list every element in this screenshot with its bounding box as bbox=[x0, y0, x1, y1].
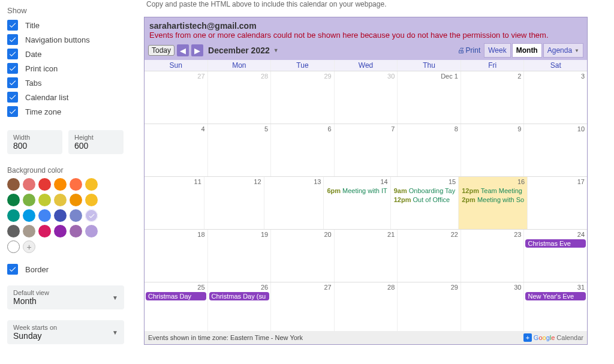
swatch-white[interactable] bbox=[7, 240, 20, 253]
day-cell[interactable]: 22 bbox=[398, 230, 461, 282]
color-swatch[interactable] bbox=[54, 194, 67, 206]
day-cell[interactable]: 31New Year's Eve bbox=[524, 282, 587, 331]
week-starts-select[interactable]: Week starts on Sunday ▼ bbox=[7, 320, 124, 344]
color-swatch[interactable] bbox=[54, 225, 67, 237]
checkbox-date[interactable] bbox=[7, 49, 18, 59]
day-cell[interactable]: 24Christmas Eve bbox=[524, 230, 587, 282]
day-cell[interactable]: 20 bbox=[271, 230, 335, 282]
checkbox-navigation-buttons[interactable] bbox=[7, 34, 18, 45]
day-cell[interactable]: 2 bbox=[461, 71, 525, 124]
day-cell[interactable]: 23 bbox=[461, 230, 525, 282]
width-input[interactable]: Width 800 bbox=[7, 130, 62, 154]
day-cell[interactable]: 28 bbox=[208, 71, 272, 124]
calendar-allday-event[interactable]: Christmas Eve bbox=[525, 239, 586, 248]
day-number: 28 bbox=[261, 73, 268, 80]
color-swatch[interactable] bbox=[85, 225, 98, 237]
day-cell[interactable]: 9 bbox=[461, 124, 525, 176]
day-cell[interactable]: 29 bbox=[398, 282, 461, 331]
color-swatch[interactable] bbox=[70, 209, 82, 222]
calendar-allday-event[interactable]: Christmas Day bbox=[146, 292, 206, 300]
calendar-event[interactable]: 2pm Meeting with So bbox=[460, 195, 526, 204]
color-swatch[interactable] bbox=[23, 209, 35, 222]
color-swatch[interactable] bbox=[85, 178, 98, 191]
calendar-event[interactable]: 9am Onboarding Tay bbox=[392, 186, 458, 195]
calendar-allday-event[interactable]: Christmas Day (su bbox=[209, 292, 270, 300]
day-cell[interactable]: 4 bbox=[145, 124, 208, 176]
day-cell[interactable]: 1612pm Team Meeting2pm Meeting with So bbox=[459, 177, 528, 229]
print-button[interactable]: 🖨Print bbox=[458, 46, 481, 55]
day-cell[interactable]: 5 bbox=[208, 124, 272, 176]
day-cell[interactable]: Dec 1 bbox=[398, 71, 461, 124]
checkbox-print-icon[interactable] bbox=[7, 63, 18, 74]
day-cell[interactable]: 3 bbox=[524, 71, 587, 124]
default-view-select[interactable]: Default view Month ▼ bbox=[7, 285, 124, 309]
calendar-embed: sarahartistech@gmail.com Events from one… bbox=[144, 17, 588, 345]
day-cell[interactable]: 29 bbox=[271, 71, 335, 124]
color-swatch[interactable] bbox=[85, 194, 98, 206]
day-cell[interactable]: 30 bbox=[461, 282, 525, 331]
checkbox-title[interactable] bbox=[7, 20, 18, 31]
today-button[interactable]: Today bbox=[148, 45, 174, 56]
checkbox-calendar-list[interactable] bbox=[7, 92, 18, 103]
color-swatch[interactable] bbox=[38, 209, 51, 222]
day-cell[interactable]: 25Christmas Day bbox=[145, 282, 208, 331]
day-cell[interactable]: 26Christmas Day (su bbox=[208, 282, 272, 331]
day-number: Dec 1 bbox=[441, 73, 458, 80]
day-header: Wed bbox=[335, 60, 398, 71]
color-swatch[interactable] bbox=[7, 194, 20, 206]
height-input[interactable]: Height 600 bbox=[68, 130, 124, 154]
color-swatch[interactable] bbox=[54, 178, 67, 191]
day-cell[interactable]: 21 bbox=[335, 230, 398, 282]
color-swatch[interactable] bbox=[85, 209, 98, 222]
day-cell[interactable]: 146pm Meeting with IT bbox=[324, 177, 390, 229]
next-button[interactable]: ▶ bbox=[191, 44, 203, 56]
day-cell[interactable]: 27 bbox=[271, 282, 335, 331]
calendar-event[interactable]: 12pm Out of Office bbox=[392, 195, 458, 204]
calendar-event[interactable]: 6pm Meeting with IT bbox=[325, 186, 389, 195]
color-swatch[interactable] bbox=[23, 225, 35, 237]
tab-week[interactable]: Week bbox=[484, 43, 510, 58]
tab-agenda[interactable]: Agenda▼ bbox=[543, 43, 583, 58]
show-heading: Show bbox=[7, 6, 137, 15]
border-checkbox[interactable] bbox=[7, 264, 18, 275]
tab-month[interactable]: Month bbox=[512, 43, 542, 58]
color-swatch[interactable] bbox=[23, 194, 35, 206]
day-cell[interactable]: 6 bbox=[271, 124, 335, 176]
checkbox-tabs[interactable] bbox=[7, 77, 18, 88]
color-swatch[interactable] bbox=[38, 194, 51, 206]
day-number: 12 bbox=[254, 178, 261, 185]
google-calendar-link[interactable]: + Google Calendar bbox=[523, 333, 583, 342]
color-swatch[interactable] bbox=[70, 178, 82, 191]
day-cell[interactable]: 7 bbox=[335, 124, 398, 176]
color-swatch[interactable] bbox=[7, 225, 20, 237]
day-cell[interactable]: 11 bbox=[145, 177, 204, 229]
day-cell[interactable]: 30 bbox=[335, 71, 398, 124]
color-swatch[interactable] bbox=[70, 225, 82, 237]
color-swatch[interactable] bbox=[23, 178, 35, 191]
day-cell[interactable]: 28 bbox=[335, 282, 398, 331]
month-picker[interactable]: December 2022▼ bbox=[208, 46, 279, 55]
calendar-event[interactable]: 12pm Team Meeting bbox=[460, 186, 526, 195]
day-cell[interactable]: 10 bbox=[524, 124, 587, 176]
color-swatch[interactable] bbox=[7, 209, 20, 222]
color-swatch[interactable] bbox=[54, 209, 67, 222]
day-cell[interactable]: 12 bbox=[204, 177, 264, 229]
day-cell[interactable]: 159am Onboarding Tay12pm Out of Office bbox=[391, 177, 459, 229]
calendar-allday-event[interactable]: New Year's Eve bbox=[525, 292, 586, 300]
calendar-footer: Events shown in time zone: Eastern Time … bbox=[145, 331, 587, 344]
swatch-add[interactable]: + bbox=[23, 240, 35, 253]
day-cell[interactable]: 13 bbox=[264, 177, 324, 229]
day-cell[interactable]: 18 bbox=[145, 230, 208, 282]
prev-button[interactable]: ◀ bbox=[177, 44, 189, 56]
day-cell[interactable]: 19 bbox=[208, 230, 272, 282]
day-cell[interactable]: 17 bbox=[528, 177, 587, 229]
color-swatch[interactable] bbox=[7, 178, 20, 191]
color-swatch[interactable] bbox=[38, 178, 51, 191]
day-cell[interactable]: 27 bbox=[145, 71, 208, 124]
day-cell[interactable]: 8 bbox=[398, 124, 461, 176]
checkbox-label: Tabs bbox=[25, 79, 41, 88]
checkbox-time-zone[interactable] bbox=[7, 106, 18, 117]
day-header: Fri bbox=[461, 60, 525, 71]
color-swatch[interactable] bbox=[38, 225, 51, 237]
color-swatch[interactable] bbox=[70, 194, 82, 206]
